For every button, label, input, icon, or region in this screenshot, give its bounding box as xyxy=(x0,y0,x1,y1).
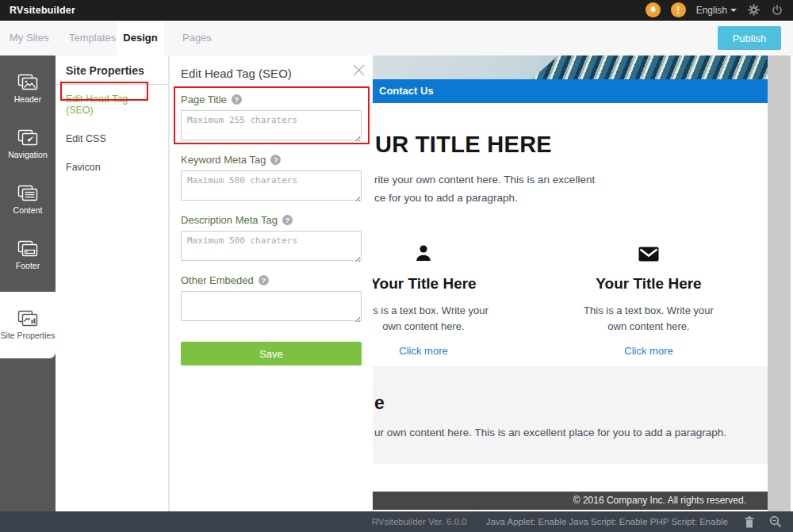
help-icon[interactable]: ? xyxy=(232,94,242,105)
hero-text-line: ce for you to add a paragraph. xyxy=(374,189,595,207)
preview-gray-section: e ur own content here. This is an excell… xyxy=(373,366,768,464)
header-section-icon xyxy=(17,74,38,90)
sidebar-item-label: Content xyxy=(13,205,43,215)
field-label-other-embeded: Other Embeded ? xyxy=(181,274,362,286)
tab-templates[interactable]: Templates xyxy=(69,21,116,55)
preview-menu-contact-us[interactable]: Contact Us xyxy=(379,85,434,97)
tab-my-sites[interactable]: My Sites xyxy=(10,21,49,55)
language-dropdown[interactable]: English xyxy=(696,5,737,16)
modal-title: Edit Head Tag (SEO) xyxy=(170,55,373,83)
close-button[interactable] xyxy=(351,62,366,78)
main-nav: My Sites Templates Design Pages Publish xyxy=(0,21,793,55)
exclamation-icon: ! xyxy=(676,4,680,16)
click-more-link[interactable]: Click more xyxy=(399,345,447,357)
close-icon xyxy=(352,63,366,77)
seo-form: Page Title ? Keyword Meta Tag ? Descript… xyxy=(170,94,373,366)
section-heading-fragment: e xyxy=(374,392,385,414)
textarea-wrap xyxy=(181,170,362,204)
power-icon xyxy=(771,4,783,17)
help-icon[interactable]: ? xyxy=(259,275,269,285)
status-bar: RVsitebuilder Ver. 6.0.0 Java Applet: En… xyxy=(0,511,793,532)
help-icon[interactable]: ? xyxy=(282,215,293,225)
help-icon[interactable]: ? xyxy=(270,155,281,165)
content-section-icon xyxy=(17,185,38,201)
feature-title: Your Title Here xyxy=(373,275,507,293)
other-embeded-textarea[interactable] xyxy=(181,291,362,321)
feature-column: Your Title Here This is a text box. Writ… xyxy=(373,244,507,358)
sidebar-item-header[interactable]: Header xyxy=(0,62,56,116)
feature-column: Your Title Here This is a text box. Writ… xyxy=(565,244,732,358)
language-label: English xyxy=(696,5,727,16)
textarea-wrap xyxy=(181,291,362,324)
alert-button[interactable]: ! xyxy=(671,2,686,17)
textarea-wrap xyxy=(181,110,362,144)
bell-icon xyxy=(649,6,657,14)
settings-button[interactable] xyxy=(747,3,760,17)
feature-text: This is a text box. Write your own conte… xyxy=(373,303,507,335)
sidebar-item-label: Footer xyxy=(16,261,40,270)
sidebar-item-label: Navigation xyxy=(8,150,48,159)
preview-nav-bar: Contact Us xyxy=(373,79,768,103)
sidebar-item-content[interactable]: Content xyxy=(0,173,56,227)
logout-button[interactable] xyxy=(771,4,783,17)
menu-item-favicon[interactable]: Favicon xyxy=(56,153,168,182)
keyword-meta-textarea[interactable] xyxy=(181,170,362,201)
hero-text-line: rite your own content here. This is an e… xyxy=(374,170,595,189)
field-label-text: Page Title xyxy=(181,94,227,105)
textarea-wrap xyxy=(181,231,362,264)
app-logo: RVsitebuilder xyxy=(10,5,75,16)
site-properties-panel: Site Properties Edit Head Tag (SEO) Edit… xyxy=(56,55,169,511)
trash-icon xyxy=(744,516,755,528)
footer-section-icon xyxy=(17,240,38,257)
sidebar-item-site-properties[interactable]: Site Properties xyxy=(0,292,56,358)
gear-icon xyxy=(747,3,760,17)
field-label-text: Other Embeded xyxy=(181,274,254,286)
site-preview: Contact Us UR TITLE HERE rite your own c… xyxy=(373,55,768,510)
click-more-link[interactable]: Click more xyxy=(624,345,672,357)
field-label-keyword-meta: Keyword Meta Tag ? xyxy=(181,154,362,166)
menu-item-edit-css[interactable]: Edit CSS xyxy=(56,124,168,153)
field-label-page-title: Page Title ? xyxy=(181,94,362,105)
description-meta-textarea[interactable] xyxy=(181,231,362,261)
tab-pages[interactable]: Pages xyxy=(182,21,212,55)
feature-title: Your Title Here xyxy=(565,275,732,293)
site-properties-icon xyxy=(17,310,38,327)
person-icon xyxy=(373,244,507,262)
top-bar: RVsitebuilder ! English xyxy=(0,0,793,21)
page-title-textarea[interactable] xyxy=(181,110,362,140)
preview-scroll-gutter[interactable] xyxy=(768,55,791,511)
copyright-text: © 2016 Company Inc. All rights reserved. xyxy=(573,495,746,506)
sidebar-item-label: Header xyxy=(14,94,41,104)
field-label-description-meta: Description Meta Tag ? xyxy=(181,214,362,226)
magnifier-icon xyxy=(769,515,782,528)
trash-button[interactable] xyxy=(744,516,755,528)
feature-text: This is a text box. Write your own conte… xyxy=(565,303,732,335)
envelope-icon xyxy=(565,244,732,262)
preview-footer: © 2016 Company Inc. All rights reserved. xyxy=(373,492,768,510)
preview-hero-title: UR TITLE HERE xyxy=(375,132,552,158)
section-text: ur own content here. This is an excellen… xyxy=(374,427,755,438)
sidebar-item-footer[interactable]: Footer xyxy=(0,228,56,282)
version-text: RVsitebuilder Ver. 6.0.0 xyxy=(372,517,467,526)
publish-button[interactable]: Publish xyxy=(718,26,781,50)
field-label-text: Keyword Meta Tag xyxy=(181,154,266,166)
preview-hero-text: rite your own content here. This is an e… xyxy=(374,170,595,207)
navigation-section-icon xyxy=(17,129,38,146)
chevron-down-icon xyxy=(730,9,737,12)
scripts-status-text: Java Applet: Enable Java Script: Enable … xyxy=(486,517,728,526)
panel-title: Site Properties xyxy=(56,55,168,85)
topbar-actions: ! English xyxy=(646,2,783,17)
notifications-button[interactable] xyxy=(646,2,661,17)
tab-design[interactable]: Design xyxy=(117,21,164,55)
field-label-text: Description Meta Tag xyxy=(181,214,278,226)
save-button[interactable]: Save xyxy=(181,342,362,366)
rvsitebuilder-app: RVsitebuilder ! English xyxy=(0,0,793,532)
menu-item-edit-head-tag[interactable]: Edit Head Tag (SEO) xyxy=(56,85,168,124)
preview-zoom-button[interactable] xyxy=(769,515,782,528)
divider xyxy=(476,511,477,532)
sidebar-item-navigation[interactable]: Navigation xyxy=(0,117,56,171)
editor-sidebar: Header Navigation Content xyxy=(0,55,56,511)
hero-banner-image xyxy=(373,55,768,79)
sidebar-item-label: Site Properties xyxy=(1,331,56,340)
edit-head-tag-modal: Edit Head Tag (SEO) Page Title ? Keyword… xyxy=(169,55,373,511)
